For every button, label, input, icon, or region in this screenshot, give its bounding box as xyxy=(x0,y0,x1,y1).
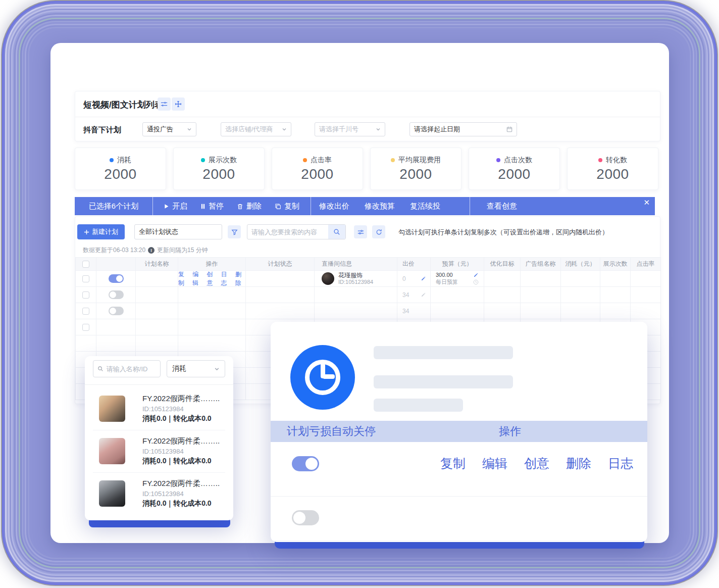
creative-list-item[interactable]: FY.2022假两件柔…….. ID:105123984 消耗0.0｜转化成本0… xyxy=(85,387,233,430)
copy-link[interactable]: 复制 xyxy=(440,455,466,472)
avg-cost-dot-icon xyxy=(391,158,395,162)
stat-label: 消耗 xyxy=(117,156,131,165)
column-settings-icon[interactable] xyxy=(354,225,367,238)
row-checkbox[interactable] xyxy=(75,271,96,287)
bid-value: 34 xyxy=(402,291,409,299)
col-impressions: 展示次数 xyxy=(600,258,631,271)
auto-stop-toggle-off[interactable] xyxy=(292,510,319,525)
select-all-checkbox[interactable] xyxy=(75,258,96,271)
col-bid: 出价 xyxy=(397,258,431,271)
stat-value: 2000 xyxy=(399,166,432,182)
chevron-down-icon xyxy=(214,366,220,372)
stat-card-avg-cost: 平均展现费用 2000 xyxy=(370,148,461,190)
skeleton-text-bar xyxy=(374,399,463,412)
edit-budget-button[interactable]: 修改预算 xyxy=(365,202,395,211)
sort-by-value: 消耗 xyxy=(172,364,186,373)
ctr-dot-icon xyxy=(303,158,307,162)
row-edit-link[interactable]: 编辑 xyxy=(192,271,202,287)
creative-id: ID:105123984 xyxy=(142,405,220,413)
stat-value: 2000 xyxy=(202,166,235,182)
creative-metrics: 消耗0.0｜转化成本0.0 xyxy=(142,414,220,423)
log-link[interactable]: 日志 xyxy=(608,455,633,472)
plan-toggle-off[interactable] xyxy=(96,287,136,303)
divider xyxy=(271,541,647,541)
col-group: 广告组名称 xyxy=(521,258,561,271)
col-target: 优化目标 xyxy=(484,258,521,271)
stat-value: 2000 xyxy=(104,166,136,182)
delete-link[interactable]: 删除 xyxy=(566,455,591,472)
bulk-copy-hint: 勾选计划可执行单条计划复制多次（可设置出价递增，区间内随机出价） xyxy=(398,228,608,237)
search-input[interactable] xyxy=(247,228,328,236)
edit-bid-button[interactable]: 修改出价 xyxy=(319,202,349,211)
close-icon[interactable]: ✕ xyxy=(643,199,650,206)
list-settings-icon[interactable] xyxy=(158,97,171,111)
search-icon xyxy=(97,365,104,372)
creative-thumbnail xyxy=(99,396,125,422)
creative-list-item[interactable]: FY.2022假两件柔…….. ID:105123984 消耗0.0｜转化成本0… xyxy=(85,472,233,515)
edit-bid-pencil-icon[interactable] xyxy=(421,292,426,298)
delete-button[interactable]: 删除 xyxy=(237,202,262,211)
budget-schedule-clock-icon xyxy=(473,279,479,285)
plan-list-header-card: 短视频/图文计划列表 抖音下计划 通投广告 选择店铺/代理商 请选择千川号 请选… xyxy=(75,91,660,141)
row-checkbox[interactable] xyxy=(75,287,96,303)
row-copy-link[interactable]: 复制 xyxy=(178,271,188,287)
page-title: 短视频/图文计划列表 xyxy=(83,99,163,111)
plan-scope-label: 抖音下计划 xyxy=(83,125,121,135)
row-checkbox[interactable] xyxy=(75,303,96,319)
creative-search-input[interactable] xyxy=(107,365,156,373)
pause-button[interactable]: 暂停 xyxy=(200,202,224,211)
edit-budget-pencil-icon[interactable] xyxy=(473,272,479,278)
sort-by-select[interactable]: 消耗 xyxy=(167,360,225,377)
shop-agent-placeholder: 选择店铺/代理商 xyxy=(225,125,273,134)
live-name: 花瑾服饰 xyxy=(338,272,373,279)
view-creative-button[interactable]: 查看创意 xyxy=(487,202,517,211)
table-header-row: 计划名称 操作 计划状态 直播间信息 出价 预算（元） 优化目标 广告组名称 消… xyxy=(75,258,661,271)
creative-thumbnail xyxy=(99,480,125,507)
search-icon[interactable] xyxy=(328,225,345,239)
live-avatar xyxy=(322,272,334,285)
row-log-link[interactable]: 日志 xyxy=(221,271,231,287)
edit-link[interactable]: 编辑 xyxy=(482,455,507,472)
filter-funnel-icon[interactable] xyxy=(228,225,241,238)
date-range-picker[interactable]: 请选择起止日期 xyxy=(409,122,517,136)
revive-button[interactable]: 复活续投 xyxy=(410,202,440,211)
auto-stop-toggle-on[interactable] xyxy=(292,456,319,471)
creative-list-item[interactable]: FY.2022假两件柔…….. ID:105123984 消耗0.0｜转化成本0… xyxy=(85,430,233,472)
selected-count-text: 已选择6个计划 xyxy=(89,202,138,211)
creative-thumbnail xyxy=(99,438,125,464)
plan-status-select[interactable]: 全部计划状态 xyxy=(134,224,222,239)
auto-stop-title: 计划亏损自动关停 xyxy=(287,424,376,439)
row-creative-link[interactable]: 创意 xyxy=(207,271,217,287)
copy-button[interactable]: 复制 xyxy=(275,202,299,211)
row-checkbox[interactable] xyxy=(75,319,96,335)
col-cost: 消耗（元） xyxy=(561,258,600,271)
shop-agent-select[interactable]: 选择店铺/代理商 xyxy=(221,122,291,136)
cost-dot-icon xyxy=(110,158,114,162)
creative-link[interactable]: 创意 xyxy=(524,455,549,472)
copy-icon xyxy=(275,203,281,210)
trash-icon xyxy=(237,203,243,210)
chevron-down-icon xyxy=(376,127,381,132)
refresh-icon[interactable] xyxy=(372,225,385,238)
plan-toggle-off[interactable] xyxy=(96,303,136,319)
auto-stop-panel: 计划亏损自动关停 操作 复制 编辑 创意 删除 日志 xyxy=(271,322,647,542)
plus-icon xyxy=(84,229,89,235)
qianchuan-account-select[interactable]: 请选择千川号 xyxy=(315,122,385,136)
ad-type-select[interactable]: 通投广告 xyxy=(142,122,196,136)
toggle-column-header xyxy=(96,258,136,271)
stat-card-cost: 消耗 2000 xyxy=(75,148,166,190)
start-button[interactable]: 开启 xyxy=(164,202,187,211)
stat-label: 点击率 xyxy=(311,156,332,165)
bid-value: 0 xyxy=(402,275,406,282)
new-plan-button[interactable]: 新建计划 xyxy=(77,224,125,239)
add-column-icon[interactable] xyxy=(172,97,185,111)
row-delete-link[interactable]: 删除 xyxy=(235,271,245,287)
edit-bid-pencil-icon[interactable] xyxy=(421,276,426,281)
search-box[interactable] xyxy=(247,224,346,239)
stat-card-impressions: 展示次数 2000 xyxy=(173,148,265,190)
creative-search-box[interactable] xyxy=(93,360,161,377)
budget-value: 300.00 xyxy=(436,272,453,278)
divider xyxy=(85,384,233,385)
conversions-dot-icon xyxy=(598,158,602,162)
plan-toggle-on[interactable] xyxy=(96,271,136,287)
